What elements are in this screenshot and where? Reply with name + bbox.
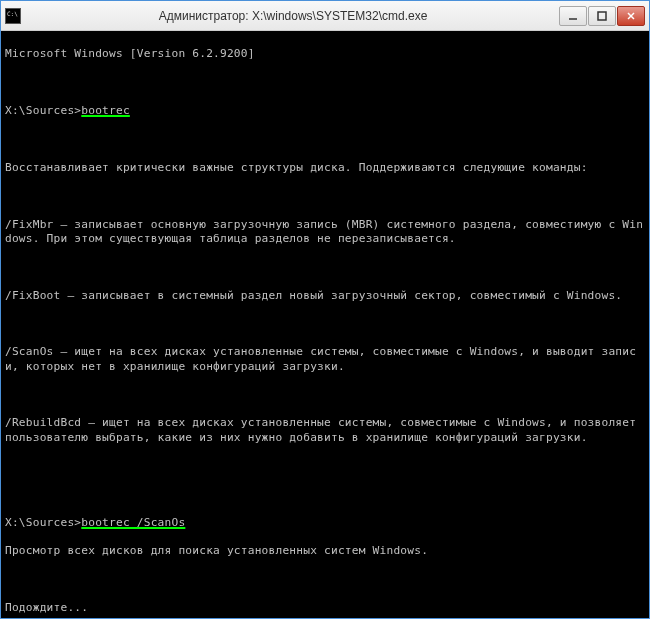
prompt-line-2: X:\Sources>bootrec /ScanOs — [5, 516, 645, 530]
wait-text: Подождите... — [5, 601, 645, 615]
maximize-button[interactable] — [588, 6, 616, 26]
minimize-icon — [568, 11, 578, 21]
command-scanos: bootrec /ScanOs — [81, 516, 185, 529]
fixboot-desc: /FixBoot — записывает в системный раздел… — [5, 289, 645, 303]
version-line: Microsoft Windows [Version 6.2.9200] — [5, 47, 645, 61]
prompt-line-1: X:\Sources>bootrec — [5, 104, 645, 118]
window-title: Администратор: X:\windows\SYSTEM32\cmd.e… — [27, 9, 559, 23]
fixmbr-desc: /FixMbr — записывает основную загрузочну… — [5, 218, 645, 246]
desc-intro: Восстанавливает критически важные структ… — [5, 161, 645, 175]
rebuildbcd-desc: /RebuildBcd — ищет на всех дисках устано… — [5, 416, 645, 444]
close-icon — [626, 11, 636, 21]
window-controls — [559, 6, 645, 26]
cmd-window: Администратор: X:\windows\SYSTEM32\cmd.e… — [0, 0, 650, 619]
titlebar[interactable]: Администратор: X:\windows\SYSTEM32\cmd.e… — [1, 1, 649, 31]
maximize-icon — [597, 11, 607, 21]
minimize-button[interactable] — [559, 6, 587, 26]
svg-rect-1 — [598, 12, 606, 20]
command-bootrec: bootrec — [81, 104, 130, 117]
close-button[interactable] — [617, 6, 645, 26]
terminal-output[interactable]: Microsoft Windows [Version 6.2.9200] X:\… — [1, 31, 649, 618]
scanos-desc: /ScanOs — ищет на всех дисках установлен… — [5, 345, 645, 373]
cmd-icon — [5, 8, 21, 24]
scan-lookup: Просмотр всех дисков для поиска установл… — [5, 544, 645, 558]
